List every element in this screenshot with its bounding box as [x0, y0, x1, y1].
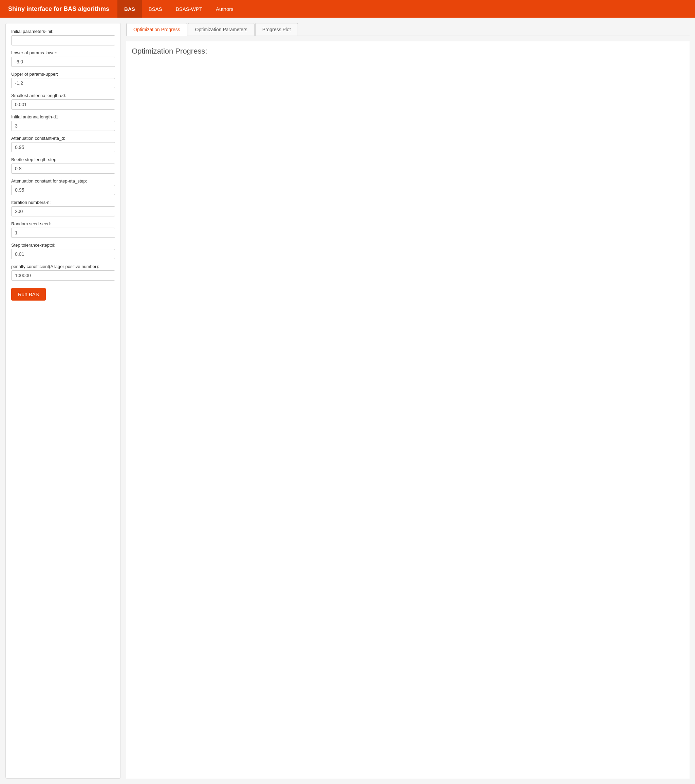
field-input-penalty[interactable]: [11, 270, 115, 280]
field-group-params-lower: Lower of params-lower:: [11, 50, 115, 67]
field-group-n: Iteration numbers-n:: [11, 200, 115, 216]
field-label-params-lower: Lower of params-lower:: [11, 50, 115, 55]
field-label-steptol: Step tolerance-steptol:: [11, 242, 115, 248]
field-group-steptol: Step tolerance-steptol:: [11, 242, 115, 259]
right-panel: Optimization ProgressOptimization Parame…: [126, 23, 690, 779]
tab-optimization-progress[interactable]: Optimization Progress: [126, 23, 187, 36]
left-panel: Initial parameters-init:Lower of params-…: [5, 23, 121, 779]
field-group-eta-step: Attenuation constant for step-eta_step:: [11, 178, 115, 195]
tabs: Optimization ProgressOptimization Parame…: [126, 23, 690, 36]
field-label-eta-step: Attenuation constant for step-eta_step:: [11, 178, 115, 183]
tab-content: Optimization Progress:: [126, 41, 690, 779]
nav-item-bsas[interactable]: BSAS: [142, 0, 169, 18]
nav-item-bas[interactable]: BAS: [117, 0, 142, 18]
field-group-eta-d: Attenuation constant-eta_d:: [11, 136, 115, 152]
field-input-eta-step[interactable]: [11, 185, 115, 195]
field-label-n: Iteration numbers-n:: [11, 200, 115, 205]
navbar: Shiny interface for BAS algorithms BASBS…: [0, 0, 695, 18]
field-label-params-upper: Upper of params-upper:: [11, 72, 115, 77]
field-label-eta-d: Attenuation constant-eta_d:: [11, 136, 115, 141]
field-input-eta-d[interactable]: [11, 142, 115, 152]
field-group-step: Beetle step length-step:: [11, 157, 115, 174]
field-label-seed: Random seed-seed:: [11, 221, 115, 226]
field-group-init-params: Initial parameters-init:: [11, 29, 115, 46]
field-input-params-upper[interactable]: [11, 78, 115, 88]
field-input-init-params[interactable]: [11, 35, 115, 46]
nav-item-bsas-wpt[interactable]: BSAS-WPT: [169, 0, 209, 18]
field-group-params-upper: Upper of params-upper:: [11, 72, 115, 88]
field-input-d0[interactable]: [11, 99, 115, 110]
field-label-d0: Smallest antenna length-d0:: [11, 93, 115, 98]
nav-items: BASBSASBSAS-WPTAuthors: [117, 0, 240, 18]
field-label-penalty: penalty conefficient(A lager positive nu…: [11, 264, 115, 269]
field-input-seed[interactable]: [11, 227, 115, 238]
field-group-d0: Smallest antenna length-d0:: [11, 93, 115, 110]
content-title: Optimization Progress:: [132, 47, 684, 56]
field-input-params-lower[interactable]: [11, 57, 115, 67]
brand-title: Shiny interface for BAS algorithms: [0, 5, 117, 13]
main-layout: Initial parameters-init:Lower of params-…: [0, 18, 695, 784]
field-input-d1[interactable]: [11, 121, 115, 131]
tab-progress-plot[interactable]: Progress Plot: [255, 23, 298, 36]
field-label-d1: Initial antenna length-d1:: [11, 114, 115, 119]
field-label-step: Beetle step length-step:: [11, 157, 115, 162]
field-group-penalty: penalty conefficient(A lager positive nu…: [11, 264, 115, 280]
field-label-init-params: Initial parameters-init:: [11, 29, 115, 34]
field-group-seed: Random seed-seed:: [11, 221, 115, 238]
field-group-d1: Initial antenna length-d1:: [11, 114, 115, 131]
field-input-steptol[interactable]: [11, 249, 115, 259]
nav-item-authors[interactable]: Authors: [209, 0, 240, 18]
tab-optimization-parameters[interactable]: Optimization Parameters: [188, 23, 254, 36]
run-bas-button[interactable]: Run BAS: [11, 288, 46, 301]
field-input-n[interactable]: [11, 206, 115, 216]
field-input-step[interactable]: [11, 163, 115, 174]
